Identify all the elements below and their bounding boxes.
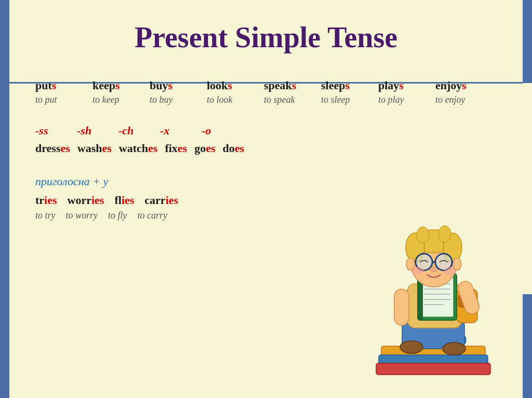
verb-infinitive-item: to play [378,94,430,105]
ies-verb: tries [35,194,57,207]
top-right-accent-bar [523,0,532,83]
verb-infinitive-text: to keep [92,94,144,105]
es-verb: does [223,142,245,155]
verb-infinitive-item: to buy [150,94,202,105]
es-verb: goes [194,142,215,155]
es-suffix: es [178,142,187,155]
verb-suffix: s [115,79,120,92]
verb-present-text: speaks [264,79,316,92]
ending-tag: -ss [35,124,61,138]
es-verb: washes [77,142,112,155]
verb-suffix: s [228,79,232,92]
verb-present-item: buys [150,79,202,92]
ies-infinitive-text: to try [35,210,56,221]
verb-infinitive-text: to look [207,94,259,105]
svg-point-26 [417,227,429,243]
verb-present-item: puts [35,79,87,92]
verb-infinitive-item: to look [207,94,259,105]
verb-present-item: plays [378,79,430,92]
verb-suffix: s [399,79,404,92]
verb-infinitive-text: to buy [150,94,202,105]
svg-point-6 [400,341,423,353]
endings-row: -ss-sh-ch-x-o [35,124,511,138]
consonant-label: приголосна + y [35,175,511,188]
ies-suffix: ies [91,194,104,207]
ies-infinitive-text: to worry [66,210,98,221]
verb-infinitive-row: to putto keepto buyto lookto speakto sle… [35,94,511,105]
verb-infinitive-text: to speak [264,94,316,105]
verb-present-row: putskeepsbuyslooksspeakssleepsplaysenjoy… [35,79,511,92]
verb-suffix: s [168,79,172,92]
svg-point-39 [453,258,461,270]
ending-tag: -sh [77,124,103,138]
verb-present-item: enjoys [435,79,487,92]
verb-suffix: s [462,79,467,92]
verb-present-text: enjoys [435,79,487,92]
svg-point-27 [438,226,451,242]
verb-infinitive-item: to sleep [321,94,373,105]
es-suffix: es [206,142,215,155]
ies-infinitive-text: to carry [138,210,168,221]
page: Present Simple Tense putskeepsbuyslookss… [0,0,532,398]
section-ies-verbs: приголосна + y triesworriesfliescarries … [35,175,511,221]
es-verb: watches [119,142,158,155]
verb-infinitive-text: to sleep [321,94,373,105]
ies-suffix: ies [44,194,57,207]
es-suffix: es [148,142,157,155]
es-verb: dresses [35,142,70,155]
ies-infinitive-text: to fly [108,210,127,221]
es-verbs-row: dresseswasheswatchesfixesgoesdoes [35,142,511,155]
svg-rect-2 [376,363,490,375]
es-suffix: es [235,142,244,155]
verb-present-item: keeps [92,79,144,92]
es-suffix: es [61,142,70,155]
verb-present-text: puts [35,79,87,92]
ending-tag: -ch [118,124,144,138]
section-es-verbs: -ss-sh-ch-x-o dresseswasheswatchesfixesg… [35,124,511,155]
ies-suffix: ies [166,194,178,207]
verb-suffix: s [292,79,297,92]
verb-infinitive-item: to speak [264,94,316,105]
svg-point-35 [430,267,437,272]
verb-infinitive-item: to keep [92,94,144,105]
verb-infinitive-item: to put [35,94,87,105]
verb-present-text: looks [207,79,259,92]
ies-verb: flies [114,194,134,207]
verb-infinitive-text: to put [35,94,87,105]
verb-present-text: plays [378,79,430,92]
svg-point-7 [443,342,466,355]
main-content: Present Simple Tense putskeepsbuyslookss… [35,10,511,221]
left-accent-bar [0,0,9,398]
ies-verb: carries [144,194,178,207]
verb-infinitive-text: to enjoy [435,94,487,105]
verb-present-text: buys [150,79,202,92]
svg-point-38 [406,258,415,270]
ies-verbs-row: triesworriesfliescarries [35,194,511,207]
verb-infinitive-text: to play [378,94,430,105]
ies-suffix: ies [122,194,134,207]
bottom-right-accent-bar [523,294,532,398]
verb-present-item: sleeps [321,79,373,92]
ending-tag: -x [160,124,186,138]
verb-suffix: s [52,79,57,92]
ending-tag: -o [202,124,228,138]
verb-present-text: keeps [92,79,144,92]
verb-infinitive-item: to enjoy [435,94,487,105]
ies-infinitives-row: to tryto worryto flyto carry [35,210,511,221]
verb-present-item: speaks [264,79,316,92]
es-suffix: es [102,142,112,155]
verb-present-text: sleeps [321,79,373,92]
verb-present-item: looks [207,79,259,92]
verb-suffix: s [345,79,350,92]
es-verb: fixes [165,142,187,155]
section-regular-s: putskeepsbuyslooksspeakssleepsplaysenjoy… [35,79,511,105]
ies-verb: worries [68,194,104,207]
svg-rect-11 [394,289,409,325]
page-title: Present Simple Tense [21,10,511,63]
